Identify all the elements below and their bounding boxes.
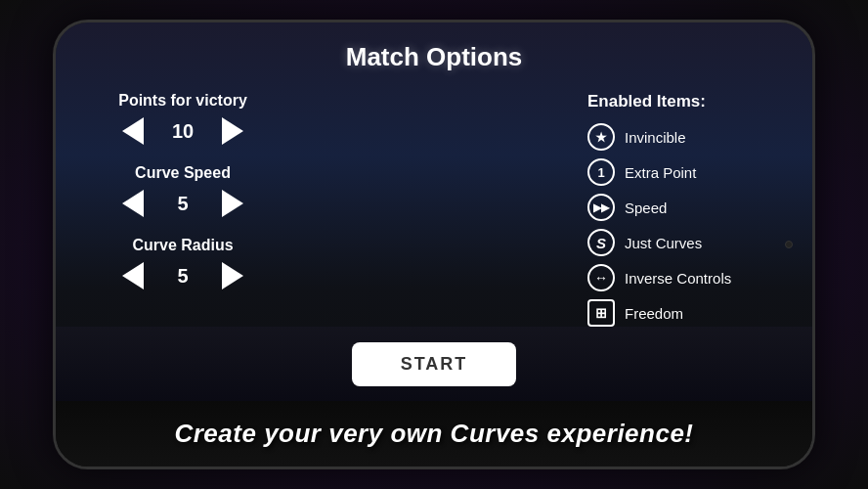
arrow-left-icon xyxy=(122,262,144,289)
extra-point-icon: 1 xyxy=(587,158,615,186)
inverse-controls-icon: ↔ xyxy=(587,264,615,291)
items-header: Enabled Items: xyxy=(587,92,783,111)
list-item: ▶▶ Speed xyxy=(587,194,783,221)
curve-radius-decrease-button[interactable] xyxy=(117,260,149,291)
curve-speed-label: Curve Speed xyxy=(135,164,231,182)
curve-speed-increase-button[interactable] xyxy=(217,188,248,219)
points-decrease-button[interactable] xyxy=(117,115,149,147)
arrow-left-icon xyxy=(122,117,144,145)
inverse-controls-label: Inverse Controls xyxy=(625,270,731,287)
freedom-label: Freedom xyxy=(625,305,683,322)
list-item: S Just Curves xyxy=(587,229,783,256)
tagline-bar: Create your very own Curves experience! xyxy=(56,401,812,467)
invincible-label: Invincible xyxy=(625,129,686,146)
curve-radius-row: 5 xyxy=(117,260,248,291)
items-section: Enabled Items: ★ Invincible 1 Extra Poin… xyxy=(587,92,783,327)
start-button[interactable]: START xyxy=(352,342,517,386)
speed-icon: ▶▶ xyxy=(587,194,615,221)
phone-screen: Match Options Points for victory 10 xyxy=(56,22,812,467)
list-item: ↔ Inverse Controls xyxy=(587,264,783,291)
arrow-right-icon xyxy=(222,262,243,289)
tagline-text: Create your very own Curves experience! xyxy=(174,419,693,449)
screen-content: Match Options Points for victory 10 xyxy=(56,22,812,327)
curve-radius-label: Curve Radius xyxy=(132,237,233,254)
arrow-right-icon xyxy=(222,117,243,145)
points-increase-button[interactable] xyxy=(217,115,248,147)
curve-radius-control: Curve Radius 5 xyxy=(85,237,281,291)
list-item: 1 Extra Point xyxy=(587,158,783,186)
points-value: 10 xyxy=(168,120,197,143)
just-curves-icon: S xyxy=(587,229,615,256)
freedom-icon: ⊞ xyxy=(587,299,615,327)
curve-speed-control: Curve Speed 5 xyxy=(85,164,281,219)
curve-radius-increase-button[interactable] xyxy=(217,260,248,291)
extra-point-label: Extra Point xyxy=(625,164,696,181)
curve-speed-decrease-button[interactable] xyxy=(117,188,149,219)
points-control: Points for victory 10 xyxy=(85,92,281,147)
camera-dot xyxy=(785,241,793,248)
list-item: ⊞ Freedom xyxy=(587,299,783,327)
curve-speed-row: 5 xyxy=(117,188,248,219)
page-title: Match Options xyxy=(85,42,783,72)
just-curves-label: Just Curves xyxy=(625,235,702,251)
options-area: Points for victory 10 xyxy=(85,92,783,327)
points-row: 10 xyxy=(117,115,248,147)
controls-section: Points for victory 10 xyxy=(85,92,281,291)
invincible-icon: ★ xyxy=(587,123,615,151)
curve-radius-value: 5 xyxy=(168,265,197,288)
start-bar: START xyxy=(56,327,812,401)
curve-speed-value: 5 xyxy=(168,193,197,215)
points-label: Points for victory xyxy=(118,92,247,110)
list-item: ★ Invincible xyxy=(587,123,783,151)
speed-label: Speed xyxy=(625,200,667,216)
arrow-left-icon xyxy=(122,190,144,217)
arrow-right-icon xyxy=(222,190,243,217)
phone-device: Match Options Points for victory 10 xyxy=(53,20,815,469)
